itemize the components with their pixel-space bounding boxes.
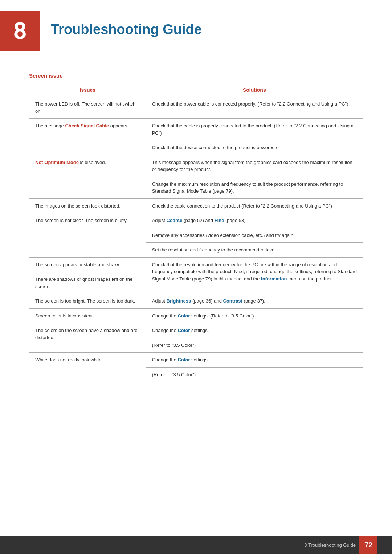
issue-cell: The message Check Signal Cable appears. bbox=[29, 119, 146, 155]
table-header-row: Issues Solutions bbox=[29, 83, 363, 97]
solution-cell: Check that the cable is properly connect… bbox=[146, 119, 363, 140]
issues-table: Issues Solutions The power LED is off. T… bbox=[29, 83, 363, 382]
chapter-number: 8 bbox=[13, 17, 26, 44]
section-title: Screen issue bbox=[29, 73, 363, 79]
issue-cell: There are shadows or ghost images left o… bbox=[29, 272, 146, 294]
table-row: The screen is too bright. The screen is … bbox=[29, 294, 363, 309]
issue-cell: Not Optimum Mode is displayed. bbox=[29, 155, 146, 198]
footer-chapter-label: 8 Troubleshooting Guide bbox=[304, 542, 356, 548]
solution-cell: Check that the resolution and frequency … bbox=[146, 257, 363, 294]
solution-cell: Change the Color settings. bbox=[146, 323, 363, 338]
solution-cell: Adjust Brightness (page 36) and Contrast… bbox=[146, 294, 363, 309]
table-row: The images on the screen look distorted.… bbox=[29, 198, 363, 213]
issue-cell: The colors on the screen have a shadow a… bbox=[29, 323, 146, 353]
page-container: 8 Troubleshooting Guide Screen issue Iss… bbox=[0, 0, 392, 554]
table-row: Screen color is inconsistent.Change the … bbox=[29, 308, 363, 323]
solution-cell: This message appears when the signal fro… bbox=[146, 155, 363, 177]
footer-page-number: 72 bbox=[359, 536, 377, 554]
solution-cell: Set the resolution and frequency to the … bbox=[146, 243, 363, 258]
issue-cell: The images on the screen look distorted. bbox=[29, 198, 146, 213]
solution-cell: Change the Color settings. bbox=[146, 353, 363, 368]
col-header-solutions: Solutions bbox=[146, 83, 363, 97]
table-row: The message Check Signal Cable appears.C… bbox=[29, 119, 363, 140]
issue-cell: The power LED is off. The screen will no… bbox=[29, 97, 146, 119]
issue-cell: The screen is too bright. The screen is … bbox=[29, 294, 146, 309]
table-row: The screen appears unstable and shaky.Ch… bbox=[29, 257, 363, 272]
solution-cell: Check that the power cable is connected … bbox=[146, 97, 363, 119]
solution-cell: Adjust Coarse (page 52) and Fine (page 5… bbox=[146, 213, 363, 228]
table-row: The colors on the screen have a shadow a… bbox=[29, 323, 363, 338]
page-title: Troubleshooting Guide bbox=[40, 11, 202, 37]
solution-cell: Check the cable connection to the produc… bbox=[146, 198, 363, 213]
page-header: 8 Troubleshooting Guide bbox=[0, 0, 392, 58]
main-content: Screen issue Issues Solutions The power … bbox=[0, 58, 392, 397]
solution-cell: (Refer to "3.5 Color") bbox=[146, 338, 363, 353]
table-row: The power LED is off. The screen will no… bbox=[29, 97, 363, 119]
table-row: Not Optimum Mode is displayed.This messa… bbox=[29, 155, 363, 177]
solution-cell: Remove any accessories (video extension … bbox=[146, 228, 363, 243]
solution-cell: Change the Color settings. (Refer to "3.… bbox=[146, 308, 363, 323]
col-header-issues: Issues bbox=[29, 83, 146, 97]
page-footer: 8 Troubleshooting Guide 72 bbox=[0, 536, 392, 554]
solution-cell: Change the maximum resolution and freque… bbox=[146, 177, 363, 198]
solution-cell: Check that the device connected to the p… bbox=[146, 140, 363, 155]
table-row: White does not really look white.Change … bbox=[29, 353, 363, 368]
issue-cell: The screen appears unstable and shaky. bbox=[29, 257, 146, 272]
solution-cell: (Refer to "3.5 Color") bbox=[146, 367, 363, 382]
issue-cell: White does not really look white. bbox=[29, 353, 146, 382]
chapter-badge: 8 bbox=[0, 11, 40, 51]
issue-cell: The screen is not clear. The screen is b… bbox=[29, 213, 146, 258]
issue-cell: Screen color is inconsistent. bbox=[29, 308, 146, 323]
table-row: The screen is not clear. The screen is b… bbox=[29, 213, 363, 228]
